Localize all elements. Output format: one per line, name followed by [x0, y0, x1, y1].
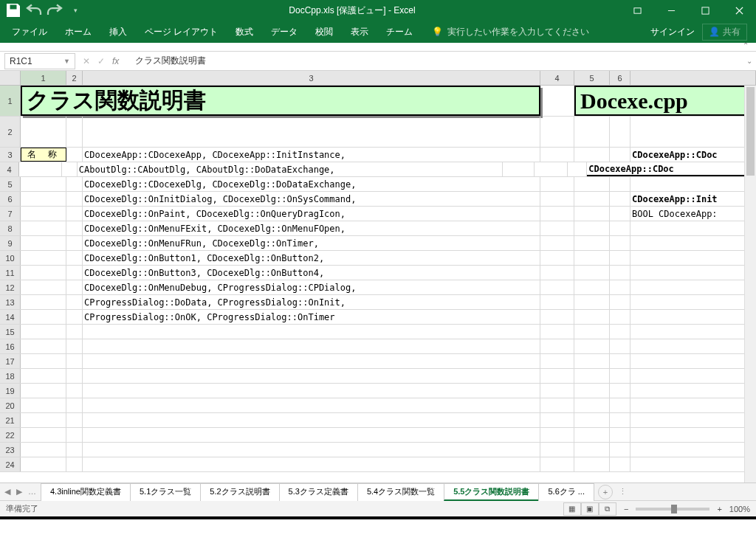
sheet-tab[interactable]: 5.4クラス関数一覧: [357, 483, 444, 501]
row-header[interactable]: 20: [0, 398, 21, 412]
cell[interactable]: [610, 384, 630, 398]
cell[interactable]: [540, 280, 574, 294]
row-header[interactable]: 10: [0, 251, 21, 265]
col-header[interactable]: 2: [66, 71, 83, 85]
cell[interactable]: [540, 295, 574, 309]
signin-link[interactable]: サインイン: [650, 26, 695, 38]
zoom-slider[interactable]: [636, 508, 709, 511]
row-header[interactable]: 23: [0, 443, 21, 457]
cell[interactable]: [83, 384, 540, 398]
cell[interactable]: [66, 413, 83, 427]
cell[interactable]: [630, 457, 756, 471]
sheet-tab[interactable]: 5.5クラス関数説明書: [444, 483, 539, 501]
cell[interactable]: [21, 295, 66, 309]
cell[interactable]: [83, 354, 540, 368]
sheet-tab[interactable]: 5.6クラ ...: [538, 483, 594, 501]
cell[interactable]: [630, 280, 756, 294]
chevron-down-icon[interactable]: ▼: [63, 58, 70, 65]
row-header[interactable]: 15: [0, 325, 21, 339]
cell[interactable]: [610, 295, 630, 309]
cell[interactable]: [574, 177, 610, 191]
cell[interactable]: [540, 266, 574, 280]
cell[interactable]: [630, 177, 756, 191]
cell[interactable]: [62, 162, 78, 176]
cell[interactable]: [630, 398, 756, 412]
cell[interactable]: [540, 192, 574, 206]
cell[interactable]: CDocexeDlg::CDocexeDlg, CDocexeDlg::DoDa…: [83, 177, 540, 191]
cell[interactable]: [574, 310, 610, 324]
row-header[interactable]: 1: [0, 86, 21, 116]
cell[interactable]: [503, 162, 535, 176]
cell[interactable]: [540, 117, 574, 147]
cell[interactable]: [630, 428, 756, 442]
enter-formula-icon[interactable]: ✓: [97, 56, 105, 66]
row-header[interactable]: 14: [0, 310, 21, 324]
cell[interactable]: [540, 251, 574, 265]
add-sheet-button[interactable]: +: [598, 485, 613, 499]
cell[interactable]: [574, 266, 610, 280]
page-break-view-icon[interactable]: ⧉: [599, 502, 616, 516]
zoom-out-button[interactable]: −: [624, 505, 628, 513]
cell[interactable]: [630, 117, 756, 147]
col-header[interactable]: 5: [574, 71, 610, 85]
vertical-scrollbar[interactable]: [744, 86, 756, 483]
cell[interactable]: [610, 148, 630, 162]
cell[interactable]: [83, 325, 540, 339]
tab-review[interactable]: 校閲: [306, 21, 342, 43]
cell[interactable]: [630, 221, 756, 235]
cell[interactable]: [610, 443, 630, 457]
tab-nav-next-icon[interactable]: ▶: [16, 487, 22, 497]
cell[interactable]: [630, 295, 756, 309]
label-cell[interactable]: 名 称: [21, 148, 66, 162]
title-right-cell[interactable]: Docexe.cpp: [574, 86, 756, 116]
cell[interactable]: [630, 310, 756, 324]
tab-data[interactable]: データ: [262, 21, 306, 43]
tab-insert[interactable]: 挿入: [100, 21, 136, 43]
row-header[interactable]: 2: [0, 117, 21, 147]
cell[interactable]: [21, 428, 66, 442]
zoom-in-button[interactable]: +: [717, 505, 721, 513]
cell[interactable]: [610, 325, 630, 339]
cell[interactable]: [610, 207, 630, 221]
row-header[interactable]: 7: [0, 207, 21, 221]
cancel-formula-icon[interactable]: ✕: [83, 56, 90, 66]
row-header[interactable]: 21: [0, 413, 21, 427]
cell[interactable]: [574, 192, 610, 206]
cell[interactable]: [66, 354, 83, 368]
cell[interactable]: [540, 310, 574, 324]
cell[interactable]: [574, 280, 610, 294]
cell[interactable]: [83, 428, 540, 442]
cell[interactable]: [610, 117, 630, 147]
cell[interactable]: [21, 443, 66, 457]
tab-nav-more-icon[interactable]: …: [28, 487, 36, 497]
cell[interactable]: [630, 369, 756, 383]
cell[interactable]: [610, 221, 630, 235]
tab-menu-icon[interactable]: ⋮: [619, 487, 631, 497]
cell[interactable]: [540, 339, 574, 353]
row-header[interactable]: 12: [0, 280, 21, 294]
cell[interactable]: [66, 221, 83, 235]
cell[interactable]: [66, 117, 83, 147]
sheet-tab[interactable]: 5.2クラス説明書: [200, 483, 279, 501]
cell[interactable]: [540, 413, 574, 427]
cell[interactable]: [21, 280, 66, 294]
row-header[interactable]: 9: [0, 236, 21, 250]
cell[interactable]: [540, 457, 574, 471]
cell[interactable]: [21, 384, 66, 398]
cell[interactable]: BOOL CDocexeApp:: [630, 207, 756, 221]
row-header[interactable]: 18: [0, 369, 21, 383]
tab-nav-prev-icon[interactable]: ◀: [4, 487, 10, 497]
cell[interactable]: [610, 236, 630, 250]
cell[interactable]: CDocexeApp::Init: [630, 192, 756, 206]
cell[interactable]: [574, 354, 610, 368]
select-all-corner[interactable]: [0, 71, 21, 85]
cell[interactable]: [540, 148, 574, 162]
row-header[interactable]: 5: [0, 177, 21, 191]
cell[interactable]: [66, 236, 83, 250]
cell[interactable]: [540, 443, 574, 457]
cell[interactable]: [540, 384, 574, 398]
page-layout-view-icon[interactable]: ▣: [581, 502, 599, 516]
cell[interactable]: CDocexeDlg::OnButton3, CDocexeDlg::OnBut…: [83, 266, 540, 280]
cell[interactable]: [21, 221, 66, 235]
col-header[interactable]: [630, 71, 756, 85]
